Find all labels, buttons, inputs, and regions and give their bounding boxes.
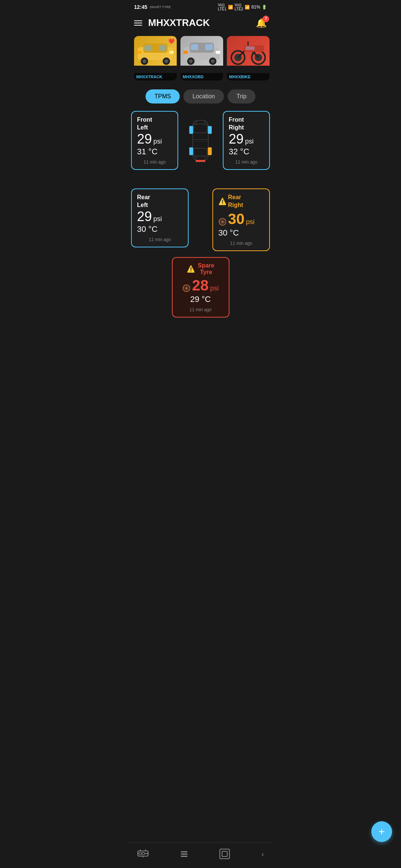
- warning-icon-spare: ⚠️: [187, 265, 195, 273]
- rear-right-unit: psi: [246, 218, 255, 226]
- smart-tyre-label: SMART TYRE: [150, 6, 171, 9]
- car-top-view-svg: [178, 118, 223, 163]
- svg-point-3: [143, 59, 146, 63]
- warning-icon-rear-right: ⚠️: [218, 197, 226, 206]
- svg-rect-16: [191, 44, 198, 50]
- status-bar: 12:45 SMART TYRE Vo))LTE1 📶 Vo))LTE2 📶 8…: [128, 0, 273, 13]
- tab-bar: TPMS Location Trip: [128, 86, 273, 111]
- front-right-pressure-row: 29 psi: [229, 132, 264, 147]
- battery-icon: 🔋: [262, 5, 267, 10]
- svg-rect-18: [216, 51, 220, 54]
- svg-point-15: [211, 59, 215, 63]
- tab-trip[interactable]: Trip: [228, 89, 255, 103]
- vehicle-card-mhxxtrack[interactable]: ❤️ MHXXTRACK: [134, 36, 177, 80]
- svg-rect-41: [208, 147, 212, 155]
- car-illustration-silver: [180, 36, 223, 66]
- svg-rect-7: [159, 45, 166, 51]
- rear-left-temp: 30 °C: [137, 224, 183, 234]
- rear-left-card: RearLeft 29 psi 30 °C 11 min ago: [131, 188, 189, 247]
- spare-time: 11 min ago: [178, 307, 224, 312]
- spare-tyre-row: ⚠️ SpareTyre 🛞 28 psi 29 °C 11 min ago: [131, 257, 270, 318]
- svg-rect-38: [189, 126, 193, 134]
- svg-rect-39: [208, 126, 212, 134]
- menu-line-2: [134, 23, 142, 23]
- svg-rect-6: [144, 45, 152, 51]
- app-title: MHXXTRACK: [148, 17, 210, 29]
- rear-left-name: RearLeft: [137, 194, 183, 209]
- front-left-pressure: 29: [137, 132, 152, 147]
- menu-button[interactable]: [134, 20, 142, 26]
- tab-tpms[interactable]: TPMS: [146, 89, 180, 103]
- rear-right-temp: 30 °C: [218, 228, 264, 238]
- svg-rect-42: [196, 160, 205, 162]
- rear-right-header: ⚠️ RearRight: [218, 194, 264, 209]
- menu-line-3: [134, 25, 142, 26]
- vehicle-card-image-3: [227, 36, 270, 66]
- svg-rect-31: [194, 148, 208, 156]
- svg-rect-17: [205, 44, 213, 50]
- rear-left-unit: psi: [153, 215, 162, 223]
- spare-header: ⚠️ SpareTyre: [178, 262, 224, 276]
- volte1-icon: Vo))LTE1: [218, 3, 226, 11]
- vehicle-name-mhxxobd: MHXXOBD: [180, 73, 223, 80]
- rear-right-pressure: 30: [228, 211, 245, 227]
- svg-rect-40: [189, 147, 193, 155]
- front-right-temp: 32 °C: [229, 147, 264, 157]
- signal1-icon: 📶: [228, 5, 233, 10]
- rear-tyre-row: RearLeft 29 psi 30 °C 11 min ago ⚠️ Rear…: [131, 159, 270, 251]
- vehicle-card-mhxxbike[interactable]: MHXXBIKE: [227, 36, 270, 80]
- vehicle-cards-list: ❤️ MHXXTRACK MHXXOBD: [128, 33, 273, 86]
- vehicle-name-mhxxbike: MHXXBIKE: [227, 73, 270, 80]
- svg-rect-28: [245, 46, 255, 50]
- spare-temp: 29 °C: [178, 295, 224, 304]
- bike-illustration: [227, 36, 270, 66]
- vehicle-name-mhxxtrack: MHXXTRACK: [134, 73, 177, 80]
- rear-left-pressure: 29: [137, 209, 152, 224]
- svg-rect-8: [169, 51, 174, 54]
- svg-rect-19: [183, 51, 188, 54]
- battery-label: 81%: [251, 4, 260, 10]
- front-left-pressure-row: 29 psi: [137, 132, 172, 147]
- rear-right-card: ⚠️ RearRight 🛞 30 psi 30 °C 11 min ago: [212, 188, 270, 251]
- rear-right-name: RearRight: [228, 194, 243, 209]
- car-diagram-top: [178, 111, 223, 163]
- rear-right-time: 11 min ago: [218, 241, 264, 246]
- favorite-icon: ❤️: [168, 38, 175, 44]
- volte2-icon: Vo))LTE2: [235, 3, 243, 11]
- vehicle-card-mhxxobd[interactable]: MHXXOBD: [180, 36, 223, 80]
- svg-point-5: [164, 59, 168, 63]
- rear-left-pressure-row: 29 psi: [137, 209, 183, 224]
- svg-rect-30: [194, 124, 208, 133]
- spare-tyre-card: ⚠️ SpareTyre 🛞 28 psi 29 °C 11 min ago: [172, 257, 229, 318]
- signal2-icon: 📶: [245, 5, 250, 10]
- front-left-name: FrontLeft: [137, 116, 172, 132]
- front-right-unit: psi: [245, 138, 254, 145]
- rear-right-pressure-row: 🛞 30 psi: [218, 211, 264, 227]
- vehicle-card-image-2: [180, 36, 223, 66]
- spare-name: SpareTyre: [198, 262, 214, 276]
- svg-point-13: [189, 59, 193, 63]
- front-right-pressure: 29: [229, 132, 244, 147]
- front-left-temp: 31 °C: [137, 147, 172, 157]
- spare-unit: psi: [210, 285, 219, 292]
- svg-rect-9: [137, 51, 141, 54]
- rear-left-time: 11 min ago: [137, 237, 183, 242]
- tab-location[interactable]: Location: [183, 89, 224, 103]
- notification-badge: 7: [263, 16, 269, 22]
- tyre-flat-icon: 🛞: [218, 218, 226, 226]
- front-left-unit: psi: [153, 138, 162, 145]
- svg-rect-29: [193, 120, 208, 161]
- menu-line-1: [134, 20, 142, 21]
- status-icons: Vo))LTE1 📶 Vo))LTE2 📶 81% 🔋: [218, 3, 267, 11]
- tpms-grid: FrontLeft 29 psi 31 °C 11 min ago: [128, 111, 273, 320]
- tpms-content: FrontLeft 29 psi 31 °C 11 min ago: [128, 111, 273, 358]
- front-right-name: FrontRight: [229, 116, 264, 132]
- spare-tyre-icon: 🛞: [182, 284, 190, 292]
- header: MHXXTRACK 🔔 7: [128, 13, 273, 33]
- spare-pressure-row: 🛞 28 psi: [178, 277, 224, 294]
- status-time: 12:45: [134, 4, 147, 10]
- notification-button[interactable]: 🔔 7: [256, 18, 267, 28]
- spare-pressure: 28: [192, 277, 209, 294]
